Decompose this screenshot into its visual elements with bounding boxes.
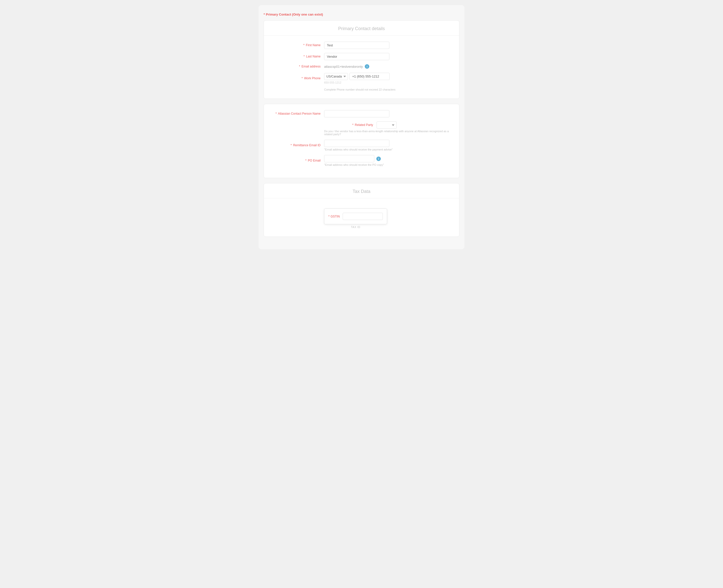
po-email-hint: "Email address who should receive the PO…	[324, 163, 384, 166]
phone-row: US/Canada	[324, 73, 389, 80]
remittance-email-row: * Remittance Email ID "Email address who…	[274, 140, 449, 151]
related-party-row: * Related Party Yes No Do you / the vend…	[274, 121, 449, 136]
phone-input[interactable]	[349, 73, 389, 80]
last-name-input[interactable]	[324, 53, 389, 60]
tax-section-title: Tax Data	[353, 189, 370, 194]
po-email-info-icon[interactable]: i	[376, 156, 381, 161]
phone-country-select[interactable]: US/Canada	[324, 73, 348, 80]
work-phone-row: * Work Phone US/Canada 650-555-1212	[274, 73, 449, 84]
related-party-select[interactable]: Yes No	[377, 121, 397, 129]
remittance-email-hint: "Email address who should receive the pa…	[324, 148, 393, 151]
primary-contact-card-body: * First Name * Last Name * Email address…	[264, 36, 459, 99]
email-info-icon[interactable]: i	[365, 64, 369, 69]
first-name-input[interactable]	[324, 42, 389, 49]
primary-contact-section-title: * Primary Contact (Only one can exist)	[264, 13, 459, 16]
tax-card-header: Tax Data	[264, 183, 459, 198]
atlassian-contact-row: * Atlassian Contact Person Name	[274, 110, 449, 118]
gstin-popup: * GSTIN TAX ID	[324, 208, 387, 229]
last-name-row: * Last Name	[274, 53, 449, 60]
po-email-row: * PO Email i "Email address who should r…	[274, 155, 449, 166]
work-phone-label: * Work Phone	[274, 76, 324, 81]
email-display: atlascsp01+testvendoronly i	[324, 64, 369, 69]
atlassian-contact-input[interactable]	[324, 110, 389, 118]
po-email-input[interactable]	[324, 155, 374, 162]
phone-col: US/Canada 650-555-1212	[324, 73, 389, 84]
gstin-label: * GSTIN	[328, 215, 340, 218]
first-name-row: * First Name	[274, 42, 449, 49]
gstin-card: * GSTIN	[324, 208, 387, 224]
po-email-label: * PO Email	[274, 159, 324, 163]
email-label: * Email address	[274, 64, 324, 69]
page-container: * Primary Contact (Only one can exist) P…	[259, 5, 464, 249]
primary-contact-card-title: Primary Contact details	[338, 26, 385, 31]
primary-contact-card: Primary Contact details * First Name * L…	[264, 20, 459, 99]
remittance-email-label: * Remittance Email ID	[274, 143, 324, 147]
gstin-hint: TAX ID	[324, 226, 387, 229]
phone-alt-value: 650-555-1212	[324, 81, 389, 84]
related-party-label: * Related Party	[326, 123, 377, 127]
phone-hint-text: Complete Phone number should not exceed …	[274, 88, 449, 91]
gstin-input[interactable]	[343, 213, 383, 220]
email-value: atlascsp01+testvendoronly	[324, 65, 363, 68]
tax-body: * GSTIN TAX ID	[264, 198, 459, 236]
email-row: * Email address atlascsp01+testvendoronl…	[274, 64, 449, 69]
additional-fields-section: * Atlassian Contact Person Name * Relate…	[264, 104, 459, 178]
tax-section: Tax Data * GSTIN TAX ID	[264, 183, 459, 237]
first-name-label: * First Name	[274, 43, 324, 47]
atlassian-contact-label: * Atlassian Contact Person Name	[274, 112, 324, 116]
primary-contact-card-header: Primary Contact details	[264, 21, 459, 36]
remittance-email-input[interactable]	[324, 140, 389, 147]
related-party-hint: Do you / the vendor has a less-than-arms…	[274, 130, 449, 136]
required-asterisk: *	[264, 13, 265, 16]
last-name-label: * Last Name	[274, 55, 324, 59]
